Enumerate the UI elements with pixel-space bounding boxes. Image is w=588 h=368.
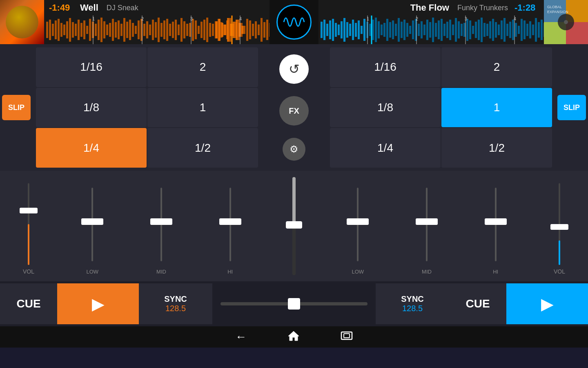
center-logo[interactable] xyxy=(270,0,318,44)
svg-text:3: 3 xyxy=(465,16,467,21)
right-loop-1-2[interactable]: 1/2 xyxy=(441,128,552,168)
left-loop-1-4[interactable]: 1/4 xyxy=(36,128,147,168)
svg-rect-168 xyxy=(472,26,474,34)
left-avatar xyxy=(6,6,38,38)
svg-rect-37 xyxy=(149,25,151,35)
svg-rect-147 xyxy=(412,20,414,39)
right-sync-button[interactable]: SYNC 128.5 xyxy=(376,283,449,324)
right-loop-1-8[interactable]: 1/8 xyxy=(330,88,441,128)
left-low-handle[interactable] xyxy=(81,218,103,225)
left-cue-button[interactable]: CUE xyxy=(0,283,57,324)
left-vol-slider[interactable] xyxy=(20,183,37,265)
svg-rect-48 xyxy=(180,18,183,42)
left-eq-hi-label: HI xyxy=(227,269,233,275)
left-deck-meta: -1:49 Well DJ Sneak xyxy=(44,0,270,16)
fx-button[interactable]: FX xyxy=(279,96,309,126)
nav-home-button[interactable] xyxy=(287,330,300,343)
svg-rect-223 xyxy=(363,19,365,41)
svg-rect-211 xyxy=(329,20,331,39)
left-slip-button[interactable]: SLIP xyxy=(2,95,31,120)
crossfader-area[interactable] xyxy=(212,302,376,305)
svg-rect-59 xyxy=(212,24,214,36)
crossfader-handle[interactable] xyxy=(286,221,302,229)
left-slip-area: SLIP xyxy=(0,44,33,171)
svg-rect-217 xyxy=(346,22,348,38)
left-vol-label: VOL xyxy=(23,268,34,275)
svg-rect-137 xyxy=(383,23,385,37)
svg-rect-49 xyxy=(183,21,185,38)
left-mid-handle[interactable] xyxy=(150,218,172,225)
left-play-button[interactable]: ▶ xyxy=(57,283,139,324)
svg-rect-189 xyxy=(532,25,534,35)
left-loop-1-2[interactable]: 1/2 xyxy=(147,128,258,168)
left-deck-title: Well xyxy=(80,2,98,13)
right-cue-button[interactable]: CUE xyxy=(449,283,506,324)
right-mid-handle[interactable] xyxy=(416,218,438,225)
crossfader-h-handle[interactable] xyxy=(288,298,300,310)
svg-rect-56 xyxy=(203,20,205,40)
svg-rect-78 xyxy=(266,20,268,40)
svg-rect-12 xyxy=(78,20,80,40)
svg-text:1: 1 xyxy=(92,16,95,21)
svg-rect-101 xyxy=(236,20,238,40)
svg-text:2: 2 xyxy=(141,16,144,21)
left-waveform[interactable]: 1 2 3 4 xyxy=(44,16,270,44)
loop-section: SLIP 1/16 2 1/8 1 1/4 1/2 ↺ FX ⚙ 1/16 2 … xyxy=(0,44,588,171)
right-loop-1-4[interactable]: 1/4 xyxy=(330,128,441,168)
right-eq-hi: HI xyxy=(463,184,528,275)
svg-rect-8 xyxy=(66,21,68,38)
svg-rect-38 xyxy=(152,20,154,40)
right-slip-button[interactable]: SLIP xyxy=(557,95,586,120)
svg-rect-169 xyxy=(475,22,477,38)
svg-rect-161 xyxy=(452,25,454,35)
svg-rect-19 xyxy=(98,20,100,40)
svg-rect-144 xyxy=(403,20,405,40)
svg-rect-9 xyxy=(69,18,71,42)
svg-rect-70 xyxy=(243,26,245,34)
svg-text:2: 2 xyxy=(416,16,418,21)
loop-reset-button[interactable]: ↺ xyxy=(279,54,309,84)
right-hi-handle[interactable] xyxy=(485,218,507,225)
svg-rect-25 xyxy=(115,22,117,38)
crossfader-track[interactable] xyxy=(220,302,368,305)
svg-rect-2 xyxy=(49,20,51,40)
right-loop-1[interactable]: 1 xyxy=(441,88,552,128)
left-loop-1[interactable]: 1 xyxy=(147,88,258,128)
left-eq-mid: MID xyxy=(129,184,194,275)
svg-rect-218 xyxy=(349,24,351,36)
right-loop-1-16[interactable]: 1/16 xyxy=(330,47,441,87)
right-low-handle[interactable] xyxy=(347,218,369,225)
left-loop-2[interactable]: 2 xyxy=(147,47,258,87)
right-loop-2[interactable]: 2 xyxy=(441,47,552,87)
right-vol-area: VOL xyxy=(531,171,588,281)
nav-back-button[interactable]: ← xyxy=(235,330,247,343)
logo-circle xyxy=(276,4,312,40)
svg-rect-13 xyxy=(80,23,82,37)
right-eq-mid: MID xyxy=(395,184,459,275)
right-play-icon: ▶ xyxy=(541,294,554,313)
left-loop-1-16[interactable]: 1/16 xyxy=(36,47,147,87)
right-vol-slider[interactable] xyxy=(551,183,568,265)
right-waveform[interactable]: 1 2 3 4 5 6 xyxy=(318,16,544,44)
left-vol-handle[interactable] xyxy=(20,208,38,213)
svg-rect-52 xyxy=(192,19,194,41)
svg-rect-16 xyxy=(89,19,91,41)
svg-text:GLOBAL: GLOBAL xyxy=(547,5,562,9)
right-eq-hi-label: HI xyxy=(493,269,498,275)
right-play-button[interactable]: ▶ xyxy=(506,283,588,324)
svg-rect-180 xyxy=(506,24,508,36)
left-sync-button[interactable]: SYNC 128.5 xyxy=(139,283,212,324)
right-vol-handle[interactable] xyxy=(550,224,568,230)
svg-rect-4 xyxy=(55,20,57,39)
svg-rect-20 xyxy=(100,18,102,42)
reset-icon: ↺ xyxy=(289,61,300,77)
svg-text:4: 4 xyxy=(239,16,242,21)
header: -1:49 Well DJ Sneak xyxy=(0,0,588,44)
nav-recent-button[interactable] xyxy=(341,331,353,343)
left-loop-1-8[interactable]: 1/8 xyxy=(36,88,147,128)
center-crossfader[interactable] xyxy=(284,177,304,275)
settings-button[interactable]: ⚙ xyxy=(283,138,305,161)
left-hi-handle[interactable] xyxy=(219,218,241,225)
svg-text:EXPANSION: EXPANSION xyxy=(547,10,568,14)
svg-rect-15 xyxy=(86,26,88,34)
